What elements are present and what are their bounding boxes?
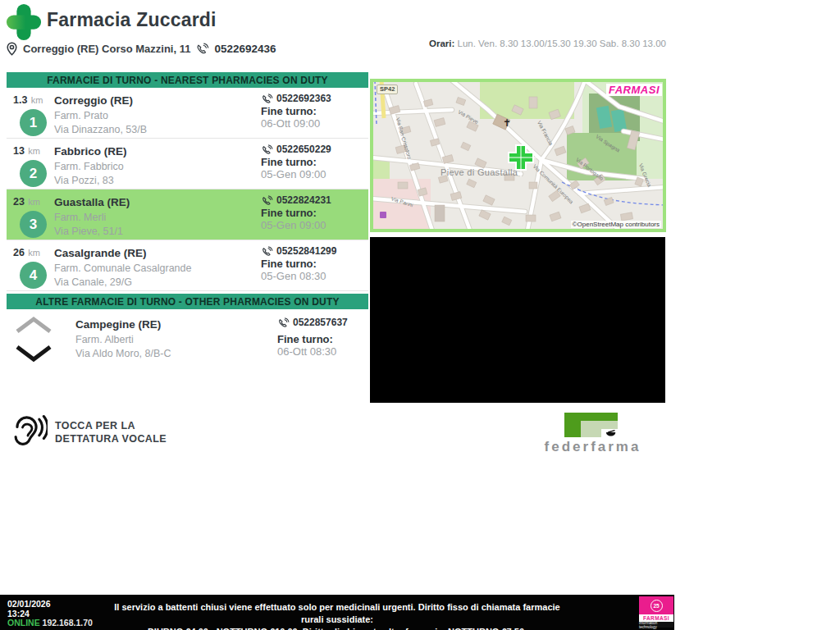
farmasi-badge-25: 25 [651,600,663,612]
svg-text:✝: ✝ [503,117,511,129]
pharmacy-name: Farm. Merli [54,211,261,225]
distance-cell: 26 km 4 [7,244,54,290]
pharmacy-row-guastalla-selected[interactable]: 23 km 3 Guastalla (RE) Farm. Merli Via P… [7,189,368,240]
fine-turno-value: 05-Gen 09:00 [261,168,368,180]
pharmacy-name: Farm. Prato [54,109,261,123]
phone-icon [261,94,273,104]
opening-hours-value: Lun. Ven. 8.30 13.00/15.30 19.30 Sab. 8.… [458,39,667,48]
map-place-label: Pieve di Guastalla [441,167,518,177]
opening-hours: Orari: Lun. Ven. 8.30 13.00/15.30 19.30 … [392,38,666,50]
voice-dictation-label: TOCCA PER LA DETTATURA VOCALE [55,419,167,446]
pharmacy-city: Casalgrande (RE) [54,247,261,259]
ear-icon [7,412,48,453]
rank-badge: 1 [20,109,47,136]
pharmacy-cross-logo-icon [5,2,43,42]
location-pin-icon [6,42,18,56]
farmasi-subtitle: information technology [639,622,673,628]
pharmacy-info-cell: Campegine (RE) Farm. Alberti Via Aldo Mo… [75,316,277,363]
distance-unit: km [31,95,43,105]
distance-value: 1.3 [13,94,27,106]
map-poi-icon [380,212,386,218]
rank-badge: 2 [20,160,47,187]
openstreetmap-basemap: ✝ [373,82,663,229]
rank-badge: 4 [20,262,47,289]
fine-turno-label: Fine turno: [261,156,368,168]
fine-turno-value: 06-Ott 08:30 [277,345,368,358]
system-status: 02/01/2026 13:24 ONLINE 192.168.1.70 [7,600,93,628]
pharmacy-street: Via Dinazzano, 53/B [54,123,261,137]
duty-cell: 05252841299 Fine turno: 05-Gen 08:30 [261,244,368,290]
header-address-row: Correggio (RE) Corso Mazzini, 11 0522692… [6,42,276,56]
opening-hours-label: Orari: [429,39,454,48]
rank-badge: 3 [20,211,47,238]
pharmacy-title: Farmacia Zuccardi [47,9,217,31]
other-pharmacy-row-campegine[interactable]: Campegine (RE) Farm. Alberti Via Aldo Mo… [7,309,368,363]
phone-icon [195,43,209,55]
pharmacy-phone: 0522650229 [276,144,331,155]
pharmacy-name: Farm. Comunale Casalgrande [54,262,261,276]
connection-status: ONLINE 192.168.1.70 [7,619,93,628]
pharmacy-street: Via Aldo Moro, 8/B-C [75,347,277,361]
map-attribution: ©OpenStreetMap contributors [571,221,661,228]
video-panel [370,237,665,403]
online-badge: ONLINE [7,618,40,628]
service-notice-line2: DIURNO €4,00 - NOTTURNO €10,00. Diritto … [105,626,569,630]
fine-turno-label: Fine turno: [261,258,368,270]
map-widget[interactable]: ✝ SP42 FARMASI Pieve di Guastalla Via Pi… [370,79,666,232]
pharmacy-phone: 0522857637 [293,317,348,328]
fine-turno-label: Fine turno: [261,207,368,219]
pharmacy-name: Farm. Fabbrico [54,160,261,174]
pharmacies-panel: FARMACIE DI TURNO - NEAREST PHARMACIES O… [7,72,368,363]
federfarma-logo: federfarma [517,413,669,454]
map-canvas: ✝ SP42 FARMASI Pieve di Guastalla Via Pi… [373,82,663,229]
pharmacy-street: Via Canale, 29/G [54,276,261,290]
duty-cell: 0522650229 Fine turno: 05-Gen 09:00 [261,143,368,189]
phone-icon [277,317,290,328]
ip-address: 192.168.1.70 [43,618,93,628]
fine-turno-value: 05-Gen 09:00 [261,219,368,231]
duty-cell: 0522857637 Fine turno: 06-Ott 08:30 [277,316,368,363]
pharmacy-phone: 0522692363 [276,93,331,104]
pharmacy-info-cell: Correggio (RE) Farm. Prato Via Dinazzano… [54,92,261,138]
pharmacy-info-cell: Fabbrico (RE) Farm. Fabbrico Via Pozzi, … [54,143,261,189]
distance-value: 13 [13,145,25,157]
pharmacy-address: Correggio (RE) Corso Mazzini, 11 [23,43,190,55]
voice-dictation-button[interactable]: TOCCA PER LA DETTATURA VOCALE [7,412,167,453]
distance-unit: km [28,146,40,156]
service-notice-line1: Il servizio a battenti chiusi viene effe… [105,601,569,626]
distance-unit: km [28,197,40,207]
duty-cell: 0522692363 Fine turno: 06-Ott 09:00 [261,92,368,138]
other-pharmacies-banner: ALTRE FARMACIE DI TURNO - OTHER PHARMACI… [7,294,368,309]
mortar-icon [601,429,621,438]
phone-icon [261,144,273,155]
pharmacy-row-correggio[interactable]: 1.3 km 1 Correggio (RE) Farm. Prato Via … [7,88,368,139]
federfarma-wordmark: federfarma [517,439,669,455]
distance-value: 26 [13,247,25,258]
fine-turno-value: 05-Gen 08:30 [261,270,368,282]
phone-icon [261,195,273,206]
pharmacy-info-cell: Casalgrande (RE) Farm. Comunale Casalgra… [54,244,261,290]
scroll-down-icon[interactable] [15,344,52,363]
fine-turno-label: Fine turno: [261,105,368,117]
fine-turno-label: Fine turno: [277,333,368,345]
pharmacy-row-fabbrico[interactable]: 13 km 2 Fabbrico (RE) Farm. Fabbrico Via… [7,139,368,189]
distance-value: 23 [13,196,25,208]
voice-label-line2: DETTATURA VOCALE [55,432,167,445]
pharmacy-city: Fabbrico (RE) [54,145,261,158]
kiosk-screen: Farmacia Zuccardi Correggio (RE) Corso M… [0,0,840,630]
fine-turno-value: 06-Ott 09:00 [261,117,368,130]
distance-cell: 13 km 2 [7,143,54,189]
pharmacy-phone: 0522824231 [276,194,331,206]
distance-cell: 23 km 3 [7,194,54,240]
pharmacy-city: Guastalla (RE) [54,196,261,208]
pharmacy-name: Farm. Alberti [75,333,277,347]
service-notice: Il servizio a battenti chiusi viene effe… [105,601,569,630]
pharmacy-street: Via Pieve, 51/1 [54,225,261,239]
pharmacy-row-casalgrande[interactable]: 26 km 4 Casalgrande (RE) Farm. Comunale … [7,240,368,291]
distance-unit: km [28,248,40,258]
scroll-up-icon[interactable] [15,316,52,335]
pharmacy-phone: 0522692436 [214,43,276,55]
phone-icon [261,246,273,257]
pharmacy-city: Correggio (RE) [54,94,261,107]
pharmacy-phone: 05252841299 [276,245,336,257]
